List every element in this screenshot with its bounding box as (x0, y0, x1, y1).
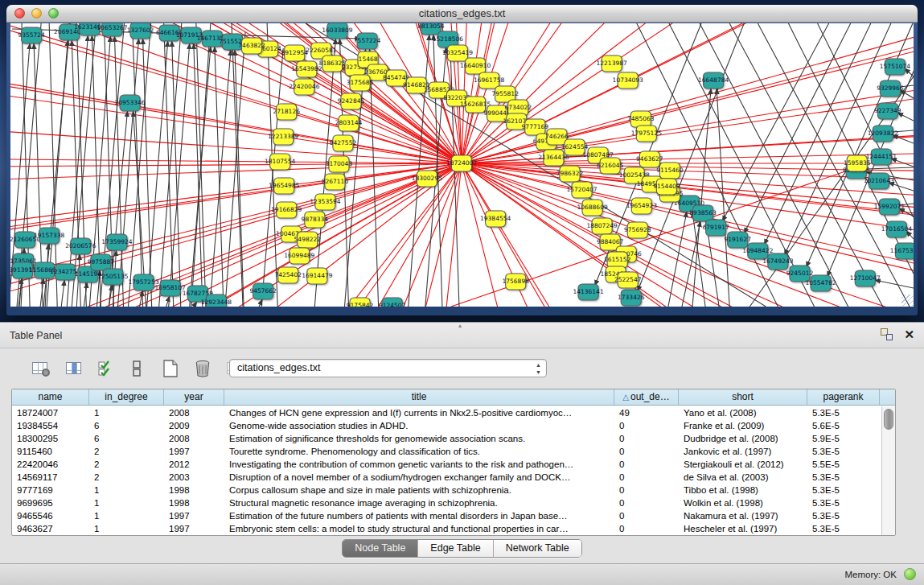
table-cell[interactable]: 5.3E-5 (807, 445, 880, 458)
network-node[interactable]: 7425402 (274, 267, 302, 283)
table-cell[interactable]: 0 (614, 509, 679, 522)
table-cell[interactable]: Structural magnetic resonance image aver… (224, 496, 614, 509)
table-cell[interactable]: 9465546 (12, 509, 89, 522)
table-row[interactable]: 946362711997Embryonic stem cells: a mode… (12, 522, 881, 535)
network-node[interactable]: 20206576 (65, 238, 96, 254)
network-node[interactable]: 1327602 (127, 23, 154, 39)
network-node[interactable]: 1615152 (604, 252, 631, 268)
column-header-short[interactable]: short (679, 389, 807, 405)
network-node[interactable]: 15992071 (874, 199, 905, 215)
network-node[interactable]: 9975887 (88, 254, 115, 270)
network-node[interactable]: 9115460 (656, 163, 684, 179)
table-cell[interactable]: 0 (614, 458, 679, 471)
table-cell[interactable]: Embryonic stem cells: a model to study s… (224, 522, 614, 535)
network-node[interactable]: 7463822 (238, 38, 265, 54)
column-header-pagerank[interactable]: pagerank (807, 389, 880, 405)
table-cell[interactable]: Changes of HCN gene expression and I(f) … (224, 406, 614, 419)
column-header-year[interactable]: year (164, 389, 224, 405)
new-column-icon[interactable] (159, 357, 181, 379)
table-cell[interactable]: 6 (89, 432, 164, 445)
network-node[interactable]: 8938563 (689, 205, 717, 221)
network-node[interactable]: 8912954 (281, 45, 309, 61)
table-cell[interactable]: 1998 (164, 484, 224, 496)
table-cell[interactable]: Wolkin et al. (1998) (679, 496, 807, 509)
table-cell[interactable]: 1997 (164, 522, 224, 535)
table-cell[interactable]: 5.3E-5 (807, 522, 880, 535)
network-node[interactable]: 1595835 (844, 155, 871, 171)
network-node[interactable]: 15720407 (566, 182, 597, 198)
table-cell[interactable]: 1 (89, 496, 164, 509)
table-cell[interactable]: 5.3E-5 (807, 406, 880, 419)
table-row[interactable]: 969969511998Structural magnetic resonanc… (12, 496, 881, 509)
table-cell[interactable]: 2 (89, 458, 164, 471)
network-node[interactable]: 2803144 (335, 115, 363, 131)
network-node[interactable]: 1756898 (503, 274, 530, 290)
network-node[interactable]: 9175842 (347, 298, 374, 307)
table-cell[interactable]: 5.6E-5 (807, 419, 880, 432)
table-cell[interactable]: 5.3E-5 (807, 471, 880, 484)
table-cell[interactable]: 0 (614, 445, 679, 458)
table-cell[interactable]: Estimation of significance thresholds fo… (224, 432, 614, 445)
table-cell[interactable]: Franke et al. (2009) (679, 419, 807, 432)
delete-column-icon[interactable] (191, 357, 213, 379)
table-cell[interactable]: Tourette syndrome. Phenomenology and cla… (224, 445, 614, 458)
network-node[interactable]: 9154409 (653, 179, 680, 195)
network-node[interactable]: 9756928 (624, 222, 651, 238)
network-node[interactable]: 10688609 (577, 200, 607, 216)
table-cell[interactable]: 5.5E-5 (807, 458, 880, 471)
network-node[interactable]: 7986322 (556, 166, 584, 182)
column-header-in-degree[interactable]: in_degree (89, 389, 164, 405)
network-node[interactable]: 9463627 (636, 151, 663, 167)
select-column-icon[interactable] (63, 357, 84, 379)
table-cell[interactable]: 1997 (164, 509, 224, 522)
table-cell[interactable]: 1 (89, 509, 164, 522)
table-cell[interactable]: Yano et al. (2008) (679, 406, 807, 419)
table-cell[interactable]: 1 (89, 522, 164, 535)
table-cell[interactable]: 18724007 (12, 406, 89, 419)
network-window-titlebar[interactable]: citations_edges.txt (6, 5, 918, 23)
network-node[interactable]: 17975125 (631, 126, 662, 142)
panel-divider-handle[interactable]: ▴ (458, 323, 466, 328)
table-cell[interactable]: 0 (614, 484, 679, 496)
table-cell[interactable]: 1997 (164, 445, 224, 458)
close-panel-icon[interactable]: ✕ (904, 328, 914, 340)
network-node[interactable]: 9878334 (302, 212, 329, 228)
table-row[interactable]: 1938455462009Genome-wide association stu… (12, 419, 881, 432)
table-source-dropdown[interactable]: citations_edges.txt ▲▼ (229, 359, 547, 377)
network-node[interactable]: 11675315 (890, 243, 914, 259)
network-node[interactable]: 16914479 (302, 268, 332, 284)
network-node[interactable]: 12213987 (597, 56, 627, 72)
scrollbar-thumb[interactable] (884, 409, 893, 430)
table-cell[interactable]: 2008 (164, 432, 224, 445)
network-node[interactable]: 10210643 (864, 173, 894, 189)
table-cell[interactable]: 22420046 (12, 458, 89, 471)
network-node[interactable]: 2522547 (614, 272, 642, 288)
network-node[interactable]: 6791917 (702, 220, 729, 236)
table-row[interactable]: 2242004622012Investigating the contribut… (12, 458, 881, 471)
network-node[interactable]: 14136141 (573, 284, 603, 300)
network-node[interactable]: 17016504 (881, 221, 912, 237)
network-node[interactable]: 9329966 (877, 80, 904, 97)
table-cell[interactable]: 18300295 (12, 432, 89, 445)
table-row[interactable]: 946554611997Estimation of the future num… (12, 509, 881, 522)
column-header-name[interactable]: name (12, 389, 89, 405)
float-panel-icon[interactable] (881, 328, 893, 340)
row-height-icon[interactable] (125, 357, 147, 379)
table-cell[interactable]: 2003 (164, 471, 224, 484)
table-settings-icon[interactable] (29, 357, 51, 379)
network-node[interactable]: 7557224 (354, 33, 381, 49)
table-cell[interactable]: 2008 (164, 406, 224, 419)
table-cell[interactable]: 19384554 (12, 419, 89, 432)
table-row[interactable]: 1872400712008Changes of HCN gene express… (12, 406, 881, 419)
table-cell[interactable]: 2 (89, 471, 164, 484)
network-node[interactable]: 18107554 (265, 154, 295, 170)
table-cell[interactable]: Hescheler et al. (1997) (679, 522, 807, 535)
table-cell[interactable]: 5.3E-5 (807, 484, 880, 496)
table-cell[interactable]: 49 (614, 406, 679, 419)
table-cell[interactable]: Investigating the contribution of common… (224, 458, 614, 471)
table-cell[interactable]: Estimation of the future numbers of pati… (224, 509, 614, 522)
network-node[interactable]: 9427552 (330, 135, 357, 151)
tab-network-table[interactable]: Network Table (494, 540, 581, 557)
table-cell[interactable]: 2009 (164, 419, 224, 432)
table-cell[interactable]: Jankovic et al. (1997) (679, 445, 807, 458)
